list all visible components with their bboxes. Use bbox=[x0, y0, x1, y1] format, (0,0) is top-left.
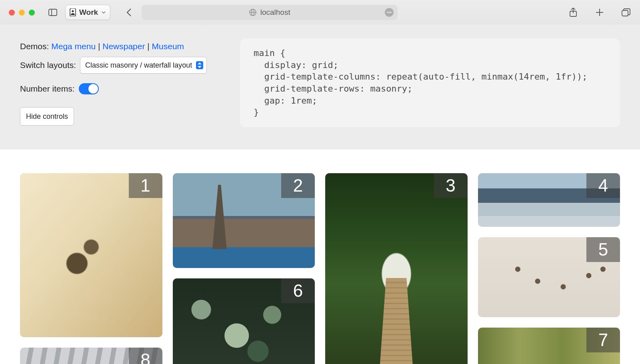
sidebar-icon bbox=[48, 9, 57, 16]
tile-number: 1 bbox=[129, 173, 162, 198]
number-row: Number items: bbox=[20, 81, 228, 97]
demo-link-newspaper[interactable]: Newspaper bbox=[102, 42, 145, 51]
masonry-gallery: 1 8 2 6 3 4 5 7 bbox=[0, 149, 640, 364]
profile-label: Work bbox=[79, 8, 98, 17]
tile-number: 2 bbox=[281, 173, 315, 198]
demos-label: Demos: bbox=[20, 42, 49, 51]
gallery-column: 4 5 7 bbox=[478, 173, 620, 364]
svg-point-3 bbox=[72, 10, 74, 12]
gallery-tile[interactable]: 6 bbox=[173, 278, 315, 364]
svg-point-9 bbox=[390, 12, 392, 13]
svg-rect-13 bbox=[622, 10, 628, 16]
demos-row: Demos: Mega menu | Newspaper | Museum bbox=[20, 38, 228, 54]
tile-number: 4 bbox=[586, 173, 620, 198]
globe-icon bbox=[249, 9, 256, 16]
chevron-down-icon bbox=[101, 10, 106, 15]
controls-column: Demos: Mega menu | Newspaper | Museum Sw… bbox=[20, 38, 228, 127]
svg-point-8 bbox=[389, 12, 390, 13]
page-actions-button[interactable] bbox=[385, 8, 394, 17]
share-icon bbox=[569, 8, 577, 17]
tile-number: 3 bbox=[434, 173, 468, 198]
sidebar-toggle-button[interactable] bbox=[46, 6, 60, 19]
tile-number: 8 bbox=[129, 348, 162, 364]
number-items-label: Number items: bbox=[20, 81, 75, 97]
chevron-left-icon bbox=[126, 8, 132, 17]
gallery-column: 3 bbox=[325, 173, 468, 364]
demo-link-museum[interactable]: Museum bbox=[152, 42, 184, 51]
gallery-tile[interactable]: 7 bbox=[478, 328, 620, 364]
browser-toolbar: Work localhost bbox=[0, 0, 640, 25]
address-text: localhost bbox=[260, 8, 290, 17]
ellipsis-icon bbox=[387, 12, 392, 13]
share-button[interactable] bbox=[566, 6, 580, 19]
page-controls: Demos: Mega menu | Newspaper | Museum Sw… bbox=[0, 25, 640, 149]
back-button[interactable] bbox=[122, 6, 136, 19]
close-window-button[interactable] bbox=[9, 10, 15, 16]
profile-switcher[interactable]: Work bbox=[65, 5, 110, 20]
svg-point-7 bbox=[387, 12, 388, 13]
new-tab-button[interactable] bbox=[593, 6, 606, 19]
plus-icon bbox=[595, 8, 604, 17]
layout-row: Switch layouts: Classic masonry / waterf… bbox=[20, 57, 228, 74]
gallery-tile[interactable]: 4 bbox=[478, 173, 620, 227]
tab-overview-button[interactable] bbox=[619, 6, 633, 19]
address-bar[interactable]: localhost bbox=[142, 5, 398, 20]
gallery-tile[interactable]: 3 bbox=[325, 173, 468, 364]
hide-controls-button[interactable]: Hide controls bbox=[20, 107, 74, 126]
tile-number: 7 bbox=[586, 328, 620, 352]
gallery-tile[interactable]: 8 bbox=[20, 348, 162, 364]
minimize-window-button[interactable] bbox=[19, 10, 25, 16]
demo-separator: | bbox=[145, 42, 152, 51]
gallery-tile[interactable]: 1 bbox=[20, 173, 162, 337]
zoom-window-button[interactable] bbox=[29, 10, 35, 16]
svg-rect-0 bbox=[49, 9, 57, 16]
gallery-column: 2 6 bbox=[173, 173, 315, 364]
select-stepper-icon bbox=[196, 61, 203, 69]
window-controls bbox=[9, 10, 35, 16]
gallery-tile[interactable]: 5 bbox=[478, 237, 620, 317]
tile-number: 5 bbox=[586, 237, 620, 262]
gallery-tile[interactable]: 2 bbox=[173, 173, 315, 268]
hide-controls-label: Hide controls bbox=[26, 112, 68, 120]
demo-link-mega[interactable]: Mega menu bbox=[51, 42, 96, 51]
layout-select[interactable]: Classic masonry / waterfall layout bbox=[80, 57, 207, 74]
switch-layouts-label: Switch layouts: bbox=[20, 57, 76, 73]
number-items-toggle[interactable] bbox=[79, 83, 99, 94]
layout-select-value: Classic masonry / waterfall layout bbox=[85, 58, 192, 72]
tile-number: 6 bbox=[281, 278, 315, 303]
gallery-column: 1 8 bbox=[20, 173, 162, 364]
tabs-icon bbox=[622, 8, 630, 16]
demo-separator: | bbox=[96, 42, 102, 51]
profile-icon bbox=[70, 8, 76, 16]
code-preview: main { display: grid; grid-template-colu… bbox=[240, 38, 620, 127]
